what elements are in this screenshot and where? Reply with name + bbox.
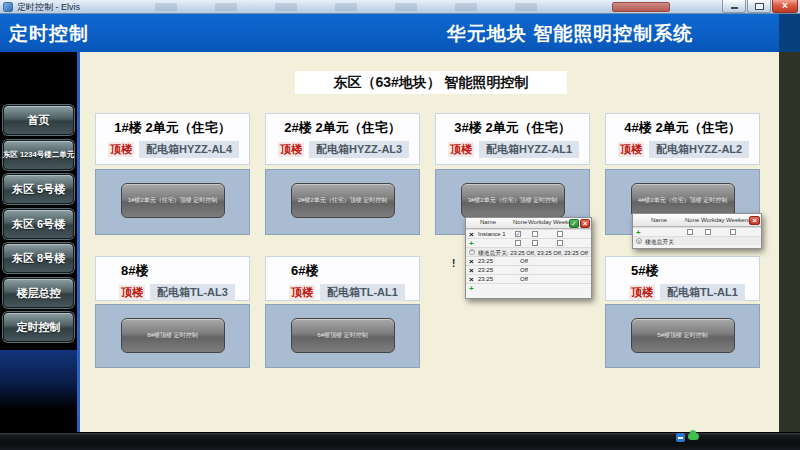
wechat-tray-icon[interactable] <box>688 433 699 440</box>
sidebar-item-east-5[interactable]: 东区 5号楼 <box>3 174 74 204</box>
weekend-checkbox[interactable] <box>730 229 736 235</box>
group-summary: 楼道总开关 <box>645 238 674 247</box>
schedule-time: 23:25 <box>478 267 493 273</box>
maximize-button[interactable] <box>747 0 771 13</box>
workday-checkbox[interactable] <box>705 229 711 235</box>
timer-control-button[interactable]: 6#楼顶楼 定时控制 <box>291 318 395 353</box>
panel-title: 3#楼 2单元（住宅） <box>436 119 589 137</box>
panel-header: 6#楼 顶楼 配电箱TL-AL1 <box>265 256 420 301</box>
minimize-button[interactable] <box>722 0 746 13</box>
distribution-box-label: 配电箱HYZZ-AL1 <box>479 141 579 158</box>
panel-body: 5#楼顶楼 定时控制 <box>605 304 760 368</box>
apply-icon[interactable] <box>569 219 579 228</box>
sidebar-item-floor-master[interactable]: 楼层总控 <box>3 278 74 308</box>
sidebar-item-east-6[interactable]: 东区 6号楼 <box>3 209 74 239</box>
floor-tag: 顶楼 <box>108 142 134 157</box>
sidebar-edge <box>77 52 80 432</box>
none-checkbox[interactable] <box>687 229 693 235</box>
distribution-box-label: 配电箱TL-AL3 <box>150 284 235 301</box>
panel-title: 2#楼 2单元（住宅） <box>266 119 419 137</box>
sidebar-item-home[interactable]: 首页 <box>3 105 74 135</box>
instance-name: Instance 1 <box>478 231 506 237</box>
timer-control-button[interactable]: 5#楼顶楼 定时控制 <box>631 318 735 353</box>
collapse-icon[interactable] <box>469 249 475 255</box>
distribution-box-label: 配电箱HYZZ-AL4 <box>139 141 239 158</box>
panel-title: 8#楼 <box>96 262 249 280</box>
panel-building-6: 6#楼 顶楼 配电箱TL-AL1 6#楼顶楼 定时控制 <box>265 256 420 368</box>
panel-body: 8#楼顶楼 定时控制 <box>95 304 250 368</box>
panel-header: 4#楼 2单元（住宅） 顶楼 配电箱HYZZ-AL2 <box>605 113 760 165</box>
close-button[interactable] <box>772 0 798 13</box>
panel-body: 6#楼顶楼 定时控制 <box>265 304 420 368</box>
floor-tag: 顶楼 <box>278 142 304 157</box>
floor-tag: 顶楼 <box>629 285 655 300</box>
workday-checkbox[interactable] <box>532 231 538 237</box>
titlebar-ghost-item <box>335 3 357 11</box>
panel-title: 4#楼 2单元（住宅） <box>606 119 759 137</box>
distribution-box-label: 配电箱TL-AL1 <box>660 284 745 301</box>
distribution-box-label: 配电箱TL-AL1 <box>320 284 405 301</box>
titlebar-ghost-item <box>395 3 417 11</box>
distribution-box-label: 配电箱HYZZ-AL3 <box>309 141 409 158</box>
sidebar-gradient-band <box>0 350 77 410</box>
teamviewer-tray-icon[interactable] <box>676 433 685 442</box>
close-icon[interactable] <box>749 216 760 225</box>
titlebar-red-badge <box>612 2 670 12</box>
distribution-box-label: 配电箱HYZZ-AL2 <box>649 141 749 158</box>
timer-control-button[interactable]: 8#楼顶楼 定时控制 <box>121 318 225 353</box>
panel-building-1: 1#楼 2单元（住宅） 顶楼 配电箱HYZZ-AL4 1#楼2单元（住宅）顶楼 … <box>95 113 250 235</box>
panel-header: 2#楼 2单元（住宅） 顶楼 配电箱HYZZ-AL3 <box>265 113 420 165</box>
group-row: 楼道总开关 <box>633 236 761 245</box>
weekend-checkbox[interactable] <box>557 231 563 237</box>
floor-tag: 顶楼 <box>448 142 474 157</box>
expand-icon[interactable] <box>636 238 642 244</box>
timer-control-button[interactable]: 3#楼2单元（住宅）顶楼 定时控制 <box>461 183 565 218</box>
none-checkbox[interactable] <box>515 231 521 237</box>
panel-header: 5#楼 顶楼 配电箱TL-AL1 <box>605 256 760 301</box>
titlebar-ghost-item <box>455 3 477 11</box>
sidebar-item-timer-control[interactable]: 定时控制 <box>3 312 74 342</box>
close-icon[interactable] <box>580 219 590 228</box>
floor-tag: 顶楼 <box>119 285 145 300</box>
schedule-editor-popup-small: Name None Workday Weekend 楼道总开关 <box>632 213 762 249</box>
titlebar-ghost-item <box>215 3 237 11</box>
panel-building-2: 2#楼 2单元（住宅） 顶楼 配电箱HYZZ-AL3 2#楼2单元（住宅）顶楼 … <box>265 113 420 235</box>
group-row: 楼道总开关: 23:25 Off, 23:25 Off, 23:25 Off <box>466 247 591 256</box>
panel-title: 6#楼 <box>266 262 419 280</box>
right-strip <box>779 52 800 432</box>
stray-glyph: ! <box>452 258 455 269</box>
add-icon[interactable] <box>469 284 474 293</box>
add-instance-row <box>633 227 761 236</box>
schedule-row: 23:25 Off <box>466 256 591 265</box>
floor-tag: 顶楼 <box>618 142 644 157</box>
panel-building-8: 8#楼 顶楼 配电箱TL-AL3 8#楼顶楼 定时控制 <box>95 256 250 368</box>
titlebar-ghost-item <box>275 3 297 11</box>
schedule-row: 23:25 Off <box>466 274 591 283</box>
schedule-state: Off <box>520 267 528 273</box>
column-none: None <box>513 219 527 225</box>
app-icon <box>3 2 13 12</box>
schedule-state: Off <box>520 276 528 282</box>
column-workday: Workday <box>528 219 552 225</box>
right-strip-top <box>779 14 800 52</box>
column-name: Name <box>480 219 496 225</box>
taskbar: E W 23:24 2019/5/18 <box>0 432 800 450</box>
weekend-checkbox[interactable] <box>557 240 563 246</box>
sidebar-item-east-8[interactable]: 东区 8号楼 <box>3 243 74 273</box>
app-header: 定时控制 华元地块 智能照明控制系统 <box>0 14 800 52</box>
section-title: 东区（63#地块） 智能照明控制 <box>295 71 567 94</box>
timer-control-button[interactable]: 2#楼2单元（住宅）顶楼 定时控制 <box>291 183 395 218</box>
workday-checkbox[interactable] <box>532 240 538 246</box>
sidebar-item-east-1234[interactable]: 东区 1234号楼二单元 <box>3 140 74 170</box>
schedule-time: 23:25 <box>478 276 493 282</box>
none-checkbox[interactable] <box>515 240 521 246</box>
system-title: 华元地块 智能照明控制系统 <box>390 21 750 47</box>
panel-header: 3#楼 2单元（住宅） 顶楼 配电箱HYZZ-AL1 <box>435 113 590 165</box>
timer-control-button[interactable]: 1#楼2单元（住宅）顶楼 定时控制 <box>121 183 225 218</box>
schedule-row: 23:25 Off <box>466 265 591 274</box>
panel-building-5: 5#楼 顶楼 配电箱TL-AL1 5#楼顶楼 定时控制 <box>605 256 760 368</box>
window-title: 定时控制 - Elvis <box>17 1 80 14</box>
add-schedule-row <box>466 283 591 292</box>
column-weekend: Weekend <box>726 217 751 223</box>
titlebar-ghost-item <box>515 3 537 11</box>
